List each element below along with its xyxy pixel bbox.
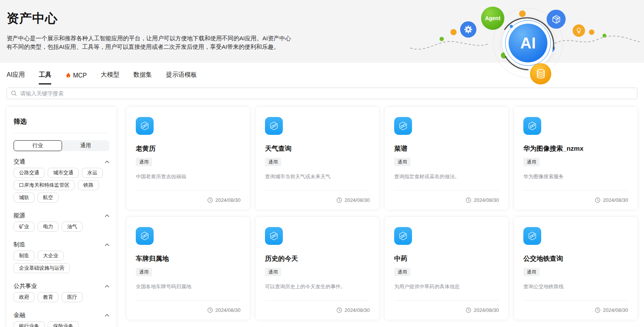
- app-icon: [523, 227, 541, 245]
- search-bar: [7, 88, 637, 99]
- card-footer: 2024/08/30: [394, 190, 499, 210]
- tab-prompt-templates[interactable]: 提示语模板: [166, 71, 197, 84]
- tab-datasets[interactable]: 数据集: [133, 71, 152, 84]
- publish-date: 2024/08/30: [603, 307, 628, 313]
- hexagon-tool-icon: [526, 119, 539, 133]
- app-icon: [394, 227, 412, 245]
- publish-date: 2024/08/30: [474, 197, 499, 203]
- publish-date: 2024/08/30: [474, 307, 499, 313]
- chevron-up-icon[interactable]: [105, 214, 109, 217]
- app-title: 天气查询: [265, 144, 370, 153]
- card-footer: 2024/08/30: [136, 300, 241, 320]
- app-card[interactable]: 公交地铁查询 通用 查询公交地铁路线 2024/08/30: [514, 217, 637, 320]
- app-description: 查询公交地铁路线: [523, 283, 628, 290]
- filter-tag[interactable]: 银行业务: [14, 321, 45, 327]
- app-icon: [265, 227, 283, 245]
- app-icon: [523, 117, 541, 135]
- filter-tag[interactable]: 水运: [82, 168, 103, 178]
- app-icon: [394, 117, 412, 135]
- tab-ai-apps[interactable]: AI应用: [7, 71, 25, 84]
- industry-generic-toggle: 行业 通用: [14, 140, 109, 151]
- toggle-generic[interactable]: 通用: [62, 140, 110, 151]
- chevron-up-icon[interactable]: [105, 314, 109, 317]
- filter-tag[interactable]: 医疗: [62, 292, 83, 302]
- app-title: 车牌归属地: [136, 254, 241, 263]
- publish-date: 2024/08/30: [603, 197, 628, 203]
- filter-tags-transport: 公路交通 城市交通 水运 口岸海关和特殊监管区 铁路 城轨 航空: [14, 168, 109, 205]
- tab-mcp[interactable]: MCP: [65, 72, 87, 84]
- card-footer: 2024/08/30: [265, 190, 370, 210]
- filter-tag[interactable]: 制造: [14, 251, 35, 261]
- app-icon: [136, 227, 154, 245]
- filter-tags-public: 政府 教育 医疗: [14, 292, 109, 305]
- app-card[interactable]: 菜谱 通用 查询指定食材或菜名的做法。 2024/08/30: [385, 107, 508, 210]
- category-badge: 通用: [523, 158, 540, 166]
- filter-section-manufacturing: 制造: [14, 241, 109, 248]
- app-title: 菜谱: [394, 144, 499, 153]
- hexagon-tool-icon: [396, 229, 410, 243]
- filter-tags-energy: 矿业 电力 油气: [14, 222, 109, 234]
- app-card[interactable]: 车牌归属地 通用 全国各地车牌号码归属地 2024/08/30: [126, 217, 250, 320]
- filter-tag[interactable]: 航空: [38, 193, 59, 203]
- filter-title: 筛选: [14, 117, 109, 126]
- clock-icon: [595, 197, 601, 203]
- toggle-industry[interactable]: 行业: [14, 140, 62, 151]
- app-description: 为用户提供中草药的具体信息: [394, 283, 499, 290]
- app-card[interactable]: 老黄历 通用 中国老黄历查吉凶祸福 2024/08/30: [126, 107, 250, 210]
- clock-icon: [207, 307, 213, 313]
- filter-tag[interactable]: 铁路: [78, 180, 99, 190]
- app-title: 公交地铁查询: [523, 254, 628, 263]
- chevron-up-icon[interactable]: [105, 160, 109, 164]
- asset-center-page: 资产中心 资产中心是一个展示和推荐各种人工智能应用的平台，让用户可以方便地下载和…: [0, 0, 644, 327]
- app-card[interactable]: 历史的今天 通用 可以查询历史上的今天发生的事件。 2024/08/30: [256, 217, 379, 320]
- clock-icon: [207, 197, 213, 203]
- publish-date: 2024/08/30: [215, 197, 241, 203]
- search-icon: [11, 90, 17, 96]
- category-badge: 通用: [265, 158, 281, 166]
- tab-large-models[interactable]: 大模型: [101, 71, 119, 84]
- chevron-up-icon[interactable]: [105, 285, 109, 288]
- app-description: 华为图像搜索服务: [523, 173, 628, 180]
- hexagon-tool-icon: [138, 229, 151, 243]
- app-card[interactable]: 华为图像搜索_nzmx 通用 华为图像搜索服务 2024/08/30: [514, 107, 637, 210]
- filter-tag[interactable]: 企业基础设施与运营: [14, 263, 70, 273]
- app-title: 华为图像搜索_nzmx: [523, 144, 628, 153]
- app-description: 全国各地车牌号码归属地: [136, 283, 241, 290]
- filter-section-energy: 能源: [14, 212, 109, 219]
- filter-tag[interactable]: 电力: [38, 222, 59, 232]
- divider: [14, 133, 109, 133]
- clock-icon: [595, 307, 601, 313]
- app-title: 老黄历: [136, 144, 241, 153]
- publish-date: 2024/08/30: [345, 197, 370, 203]
- filter-tag[interactable]: 大企业: [38, 251, 64, 261]
- filter-tag[interactable]: 油气: [62, 222, 83, 232]
- hexagon-tool-icon: [267, 119, 280, 133]
- card-footer: 2024/08/30: [136, 190, 241, 210]
- publish-date: 2024/08/30: [345, 307, 370, 313]
- card-footer: 2024/08/30: [265, 300, 370, 320]
- filter-tag[interactable]: 口岸海关和特殊监管区: [14, 180, 75, 190]
- app-card[interactable]: 天气查询 通用 查询城市当前天气或未来天气 2024/08/30: [256, 107, 379, 210]
- filter-tag[interactable]: 矿业: [14, 222, 35, 232]
- search-input[interactable]: [20, 90, 633, 96]
- filter-tag[interactable]: 保险业务: [48, 321, 79, 327]
- chevron-up-icon[interactable]: [105, 243, 109, 246]
- clock-icon: [466, 307, 471, 313]
- filter-tag[interactable]: 公路交通: [14, 168, 45, 178]
- page-description: 资产中心是一个展示和推荐各种人工智能应用的平台，让用户可以方便地下载和使用不同的…: [7, 34, 296, 51]
- tab-tools[interactable]: 工具: [39, 71, 51, 84]
- category-badge: 通用: [265, 268, 281, 276]
- clock-icon: [336, 197, 342, 203]
- filter-tag[interactable]: 城市交通: [48, 168, 79, 178]
- category-badge: 通用: [136, 268, 152, 276]
- content-area: 筛选 行业 通用 交通 公路交通 城市交通 水运 口岸海关和特殊监管区 铁路 城…: [7, 107, 637, 327]
- filter-tag[interactable]: 教育: [38, 292, 59, 302]
- page-title: 资产中心: [7, 10, 644, 27]
- app-title: 历史的今天: [265, 254, 370, 263]
- filter-tag[interactable]: 城轨: [14, 193, 35, 203]
- app-card[interactable]: 中药 通用 为用户提供中草药的具体信息 2024/08/30: [385, 217, 508, 320]
- app-card-grid: 老黄历 通用 中国老黄历查吉凶祸福 2024/08/30: [126, 107, 637, 320]
- category-badge: 通用: [136, 158, 152, 166]
- filter-tag[interactable]: 政府: [14, 292, 35, 302]
- app-description: 中国老黄历查吉凶祸福: [136, 173, 241, 180]
